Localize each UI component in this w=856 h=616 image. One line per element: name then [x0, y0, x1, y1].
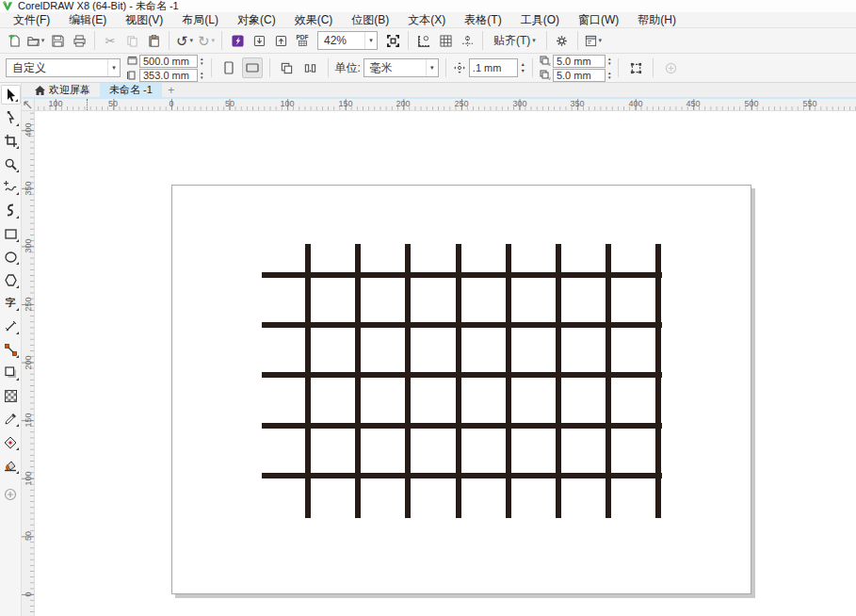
menu-item-layout[interactable]: 布局(L)	[172, 12, 228, 28]
menu-item-table[interactable]: 表格(T)	[455, 12, 510, 28]
hruler-label: 100	[280, 99, 294, 108]
new-document-button[interactable]	[4, 30, 24, 51]
show-rulers-button[interactable]	[413, 30, 434, 51]
paste-button[interactable]	[143, 30, 164, 51]
menu-item-help[interactable]: 帮助(H)	[628, 12, 686, 28]
text-tool[interactable]: 字	[1, 293, 21, 313]
current-page-button[interactable]	[300, 57, 321, 78]
redo-button[interactable]: ↻ ▾	[196, 30, 217, 51]
ruler-cursor-indicator	[87, 99, 88, 110]
page-width-field[interactable]: 500.0 mm	[139, 55, 198, 68]
parallel-dimension-tool[interactable]	[1, 316, 21, 336]
ellipse-tool[interactable]	[1, 247, 21, 267]
plus-icon: +	[168, 84, 174, 97]
transparency-tool[interactable]	[1, 386, 21, 406]
show-grid-button[interactable]	[435, 30, 456, 51]
options-button[interactable]	[552, 30, 573, 51]
pick-tool[interactable]	[1, 85, 21, 105]
menu-item-text[interactable]: 文本(X)	[398, 12, 455, 28]
page-height-field[interactable]: 353.0 mm	[139, 69, 198, 82]
menu-item-window[interactable]: 窗口(W)	[569, 12, 628, 28]
color-eyedropper-tool[interactable]	[1, 409, 21, 429]
fullscreen-preview-button[interactable]	[382, 30, 403, 51]
snap-to-dropdown[interactable]: 贴齐(T) ▾	[488, 30, 541, 51]
interactive-fill-tool[interactable]	[1, 432, 21, 452]
new-tab-button[interactable]: +	[162, 83, 181, 97]
drop-shadow-tool[interactable]	[1, 363, 21, 382]
horizontal-ruler[interactable]: 10050050100150200250300350400450500550	[35, 99, 856, 111]
straight-line-connector-tool[interactable]	[1, 340, 21, 360]
units-caret[interactable]: ▾	[426, 59, 438, 76]
drop-shadow-icon	[5, 366, 17, 379]
shape-tool[interactable]	[1, 108, 21, 128]
page-preset-caret[interactable]: ▾	[107, 59, 120, 76]
duplicate-x-spinner[interactable]: ▴▾	[607, 57, 612, 66]
canvas[interactable]	[35, 111, 856, 616]
search-content-icon	[232, 35, 244, 47]
menu-item-bitmaps[interactable]: 位图(B)	[342, 12, 398, 28]
menu-item-effects[interactable]: 效果(C)	[285, 12, 343, 28]
undo-dropdown-caret[interactable]: ▾	[190, 37, 194, 44]
crop-tool[interactable]	[1, 131, 21, 151]
menu-item-view[interactable]: 视图(V)	[116, 12, 172, 28]
grid-line-horizontal[interactable]	[262, 272, 662, 278]
ruler-origin-button[interactable]	[22, 99, 35, 111]
undo-button[interactable]: ↺ ▾	[174, 30, 195, 51]
save-button[interactable]	[47, 30, 68, 51]
export-button[interactable]	[270, 30, 291, 51]
grid-line-horizontal[interactable]	[262, 372, 662, 378]
freehand-curve-icon	[4, 181, 17, 193]
freehand-tool[interactable]	[1, 177, 21, 197]
all-pages-button[interactable]	[277, 57, 298, 78]
magnifier-icon	[5, 158, 17, 170]
snap-to-caret: ▾	[532, 37, 536, 44]
search-content-button[interactable]	[227, 30, 248, 51]
open-dropdown-caret[interactable]: ▾	[41, 37, 45, 44]
page-height-spinner[interactable]: ▴▾	[200, 71, 204, 80]
nudge-offset-spinner[interactable]: ▴▾	[521, 61, 525, 74]
toolbar-separator	[577, 31, 578, 50]
import-button[interactable]	[249, 30, 269, 51]
page-width-spinner[interactable]: ▴▾	[200, 57, 204, 66]
menu-item-file[interactable]: 文件(F)	[4, 12, 59, 28]
treat-as-filled-button[interactable]	[625, 57, 646, 78]
grid-line-horizontal[interactable]	[262, 473, 662, 478]
zoom-level-caret[interactable]: ▾	[364, 32, 377, 49]
menu-item-tools[interactable]: 工具(O)	[511, 12, 569, 28]
tab-document[interactable]: 未命名 -1	[100, 83, 162, 97]
smart-fill-tool[interactable]	[1, 456, 21, 476]
landscape-button[interactable]	[242, 57, 263, 78]
artistic-media-tool[interactable]	[1, 201, 21, 220]
drawing-page[interactable]	[171, 185, 751, 594]
duplicate-y-field[interactable]: 5.0 mm	[553, 69, 606, 82]
grid-line-horizontal[interactable]	[262, 322, 662, 328]
vertical-ruler[interactable]: 400350300250200150100500	[22, 111, 35, 616]
menu-item-object[interactable]: 对象(C)	[228, 12, 285, 28]
zoom-tool[interactable]	[1, 154, 21, 174]
show-guidelines-button[interactable]	[457, 30, 477, 51]
application-launcher-dropdown[interactable]: ▾	[583, 30, 604, 51]
cut-button[interactable]: ✂	[100, 30, 121, 51]
redo-dropdown-caret[interactable]: ▾	[212, 37, 216, 44]
units-combobox[interactable]: 毫米 ▾	[363, 58, 439, 77]
nudge-offset-field[interactable]: .1 mm	[469, 58, 518, 77]
customize-toolbox-button[interactable]	[1, 484, 21, 504]
portrait-button[interactable]	[218, 57, 239, 78]
paste-clipboard-icon	[148, 35, 160, 47]
duplicate-x-field[interactable]: 5.0 mm	[553, 55, 606, 68]
open-button[interactable]: ▾	[25, 30, 46, 51]
copy-button[interactable]	[121, 30, 142, 51]
rectangle-tool[interactable]	[1, 224, 21, 244]
duplicate-y-spinner[interactable]: ▴▾	[607, 71, 612, 80]
menu-item-edit[interactable]: 编辑(E)	[59, 12, 116, 28]
print-button[interactable]	[69, 30, 89, 51]
publish-pdf-button[interactable]: PDF	[292, 30, 313, 51]
page-preset-combobox[interactable]: 自定义 ▾	[6, 58, 121, 77]
toolbar-separator	[94, 31, 95, 50]
zoom-level-combobox[interactable]: 42% ▾	[317, 31, 378, 50]
tab-welcome-screen[interactable]: 欢迎屏幕	[25, 83, 100, 97]
property-bar: 自定义 ▾ 500.0 mm ▴▾ 353.0 mm ▴▾	[0, 54, 856, 83]
add-propbar-item-button[interactable]	[660, 57, 681, 78]
polygon-tool[interactable]	[1, 270, 21, 290]
grid-line-horizontal[interactable]	[262, 423, 662, 429]
